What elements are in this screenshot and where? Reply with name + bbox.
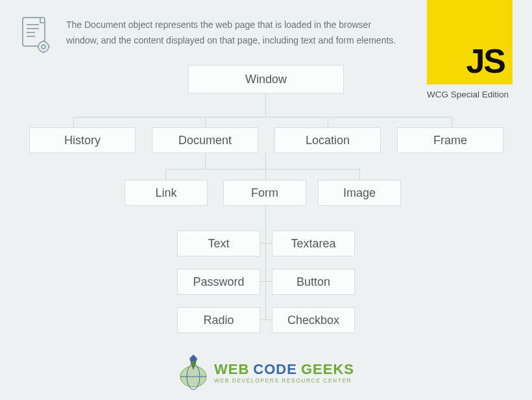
- node-history: History: [29, 127, 136, 153]
- dom-hierarchy-diagram: Window History Document Location Frame L…: [0, 0, 532, 400]
- node-window: Window: [188, 65, 344, 94]
- node-text: Text: [177, 231, 260, 256]
- logo-tagline: WEB DEVELOPERS RESOURCE CENTER: [214, 378, 354, 384]
- node-radio: Radio: [177, 307, 260, 333]
- node-button: Button: [272, 269, 355, 295]
- node-link: Link: [125, 180, 208, 206]
- footer-logo: WEB CODE GEEKS WEB DEVELOPERS RESOURCE C…: [0, 355, 532, 391]
- logo-word-geeks: GEEKS: [301, 362, 354, 377]
- node-checkbox: Checkbox: [272, 307, 355, 333]
- node-form: Form: [223, 180, 306, 206]
- node-image: Image: [318, 180, 401, 206]
- node-document: Document: [152, 127, 258, 153]
- node-location: Location: [274, 127, 381, 153]
- logo-word-web: WEB: [214, 362, 249, 377]
- node-password: Password: [177, 269, 260, 295]
- svg-point-15: [191, 361, 196, 366]
- node-textarea: Textarea: [272, 231, 355, 256]
- logo-word-code: CODE: [253, 362, 297, 377]
- node-frame: Frame: [397, 127, 503, 153]
- web-code-geeks-mark-icon: [178, 355, 209, 391]
